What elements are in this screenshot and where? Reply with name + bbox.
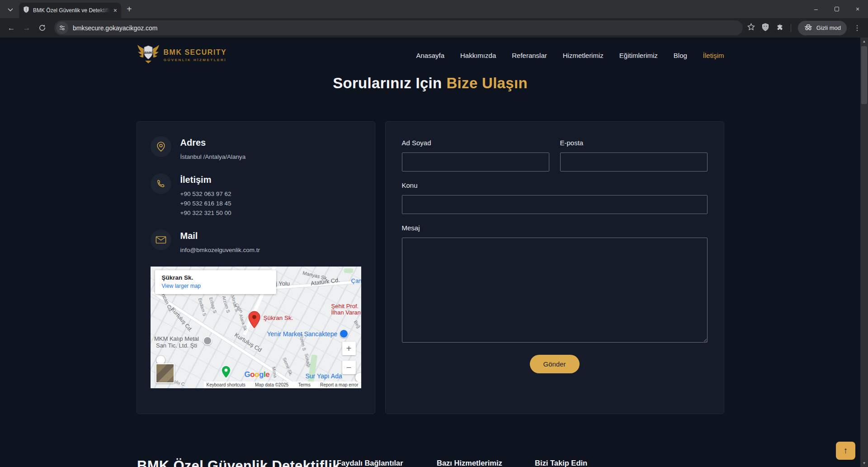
street-label: Şehit Prof. [331, 303, 359, 310]
toolbar-separator [791, 24, 791, 32]
poi-label[interactable]: Yenir Market Sancaktepe [267, 330, 338, 338]
window-controls: – × [806, 0, 868, 18]
street-label: Sokağı [303, 353, 311, 368]
tab-favicon-shield-icon [23, 6, 29, 15]
browser-tab[interactable]: BMK Özel Güvenlik ve Detektifli × [19, 3, 121, 18]
street-label: Erbap S [208, 297, 217, 314]
subject-input[interactable] [402, 195, 708, 214]
map-larger-link[interactable]: View larger map [162, 283, 269, 289]
new-tab-button[interactable]: + [127, 5, 132, 14]
site-header: BMK BMK SECURITY GÜVENLİK HİZMETLERİ Ana… [137, 38, 724, 73]
incognito-label: Gizli mod [816, 24, 841, 31]
email-input[interactable] [560, 152, 708, 172]
keyboard-shortcuts-link[interactable]: Keyboard shortcuts [207, 382, 245, 387]
street-label: Alara Sk [238, 314, 248, 331]
mail-address[interactable]: info@bmkozelguvenlik.com.tr [180, 245, 260, 255]
url-text[interactable]: bmksecure.gokayacikgoz.com [73, 24, 158, 32]
footer-col-links: Faydalı Bağlantılar [337, 459, 403, 467]
nav-item-egitimlerimiz[interactable]: Eğitimlerimiz [619, 52, 658, 59]
brand-name: BMK SECURITY [164, 48, 227, 57]
street-label: Mima [271, 367, 278, 378]
white-poi-icon[interactable] [355, 372, 361, 382]
bookmark-star-icon[interactable] [747, 23, 755, 33]
tab-close-icon[interactable]: × [113, 7, 117, 14]
street-label: Çan [351, 277, 361, 284]
nav-item-iletisim[interactable]: İletişim [703, 52, 724, 59]
name-input[interactable] [402, 152, 549, 172]
location-pin-icon [151, 136, 171, 157]
gray-poi-icon[interactable] [203, 336, 212, 345]
incognito-icon [804, 24, 813, 32]
google-logo[interactable]: Google [245, 370, 270, 379]
chevron-down-icon [8, 5, 13, 13]
privacy-shield-icon[interactable] [762, 23, 769, 33]
scrollbar-down-arrow[interactable]: ▼ [860, 459, 868, 467]
map-park [344, 268, 353, 273]
site-logo[interactable]: BMK BMK SECURITY GÜVENLİK HİZMETLERİ [137, 44, 227, 66]
footer-col-services: Bazı Hizmetlerimiz [437, 459, 502, 467]
phone-number[interactable]: +90 532 063 97 62 [180, 189, 231, 199]
map-zoom-in-button[interactable]: + [342, 342, 356, 355]
arrow-up-icon: ↑ [844, 446, 848, 456]
google-map-embed[interactable]: Şükran Sk. View larger map Manyas Sk. Ça… [151, 267, 361, 388]
reload-icon [38, 24, 46, 32]
green-poi-pin-icon[interactable] [221, 365, 231, 381]
contact-info-card: Adres İstanbul /Antalya/Alanya İletişim … [137, 121, 375, 414]
window-close-button[interactable]: × [847, 0, 868, 18]
map-zoom-out-button[interactable]: − [342, 361, 356, 374]
nav-item-blog[interactable]: Blog [674, 52, 687, 59]
tab-search-button[interactable] [4, 2, 17, 16]
nav-item-hakkimizda[interactable]: Hakkımızda [460, 52, 496, 59]
address-title: Adres [180, 138, 246, 148]
street-label: Endam S [197, 297, 207, 317]
nav-item-referanslar[interactable]: Referanslar [512, 52, 547, 59]
message-textarea[interactable] [402, 238, 708, 343]
address-block: Adres İstanbul /Antalya/Alanya [151, 136, 361, 162]
browser-menu-icon[interactable]: ⋮ [854, 24, 861, 32]
street-label: Beğ [353, 319, 361, 329]
map-info-title: Şükran Sk. [162, 274, 269, 281]
scroll-to-top-button[interactable]: ↑ [836, 442, 855, 460]
phone-number[interactable]: +90 322 321 50 00 [180, 208, 231, 218]
tab-title: BMK Özel Güvenlik ve Detektifli [33, 7, 110, 14]
brand-tagline: GÜVENLİK HİZMETLERİ [164, 58, 226, 62]
back-button[interactable]: ← [4, 20, 19, 36]
phone-number[interactable]: +90 532 616 18 45 [180, 199, 231, 208]
terms-link[interactable]: Terms [298, 382, 310, 387]
poi-label: Sur Yapı Ada [306, 372, 342, 380]
nav-item-hizmetlerimiz[interactable]: Hizmetlerimiz [563, 52, 604, 59]
footer-brand: BMK Özel Güvenlik Detektiflik [137, 458, 340, 467]
envelope-icon [151, 229, 171, 250]
pin-label: Şükran Sk. [264, 315, 293, 321]
scrollbar-thumb[interactable] [861, 46, 867, 104]
site-settings-badge[interactable] [56, 22, 68, 34]
incognito-badge: Gizli mod [798, 21, 847, 35]
browser-toolbar: ← → bmksecure.gokayacikgoz.com Gizli mod… [0, 18, 868, 38]
reload-button[interactable] [34, 20, 50, 36]
street-label: İlhan Varan [331, 309, 361, 316]
map-info-card: Şükran Sk. View larger map [155, 270, 276, 294]
address-line: İstanbul /Antalya/Alanya [180, 152, 246, 162]
extensions-puzzle-icon[interactable] [776, 23, 784, 33]
window-maximize-button[interactable] [826, 0, 847, 18]
nav-item-anasayfa[interactable]: Anasayfa [416, 52, 444, 59]
phone-block: İletişim +90 532 063 97 62 +90 532 616 1… [151, 173, 361, 218]
mail-block: Mail info@bmkozelguvenlik.com.tr [151, 229, 361, 255]
name-label: Ad Soyad [402, 139, 549, 147]
poi-label: MKM Kalıp Metal [151, 335, 202, 342]
report-error-link[interactable]: Report a map error [320, 382, 358, 387]
satellite-view-thumbnail[interactable] [156, 363, 175, 383]
phone-icon [151, 173, 171, 194]
window-minimize-button[interactable]: – [806, 0, 826, 18]
page-scrollbar[interactable]: ▲ ▼ [860, 38, 868, 467]
brand-text: BMK SECURITY GÜVENLİK HİZMETLERİ [164, 48, 227, 62]
contact-section: Adres İstanbul /Antalya/Alanya İletişim … [137, 121, 724, 414]
forward-button[interactable]: → [19, 20, 34, 36]
toolbar-right: Gizli mod ⋮ [747, 21, 864, 35]
submit-button[interactable]: Gönder [530, 355, 580, 373]
phone-title: İletişim [180, 175, 231, 185]
red-map-pin-icon[interactable] [248, 311, 260, 331]
address-bar[interactable]: bmksecure.gokayacikgoz.com [54, 20, 743, 35]
market-poi-icon[interactable] [340, 329, 348, 338]
scrollbar-up-arrow[interactable]: ▲ [860, 38, 868, 45]
